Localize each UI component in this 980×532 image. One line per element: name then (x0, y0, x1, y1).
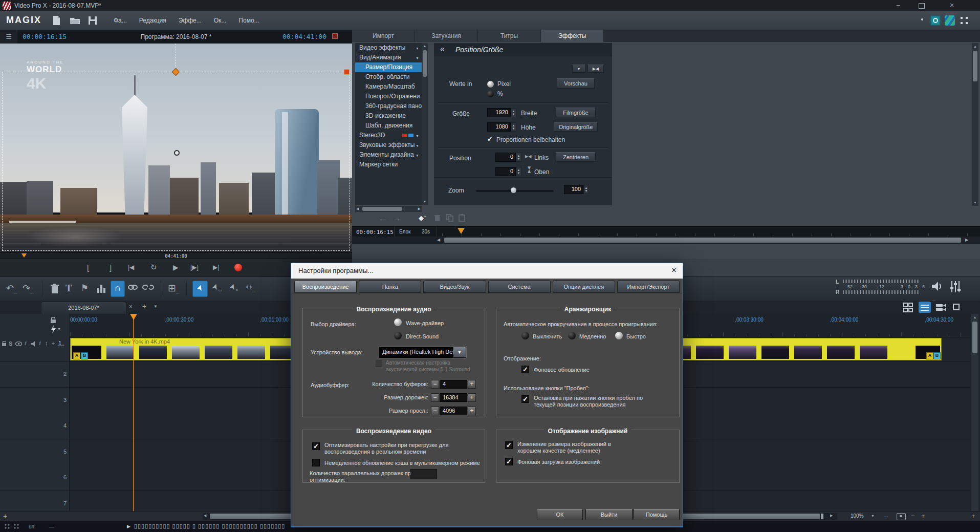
scroll-option-label-2[interactable]: Быстро (626, 333, 646, 339)
expand-caret-icon[interactable]: ▼ (416, 44, 419, 53)
scroll-down-icon[interactable]: ▼ (422, 199, 428, 205)
bgload-label[interactable]: Фоновая загрузка изображений (517, 459, 600, 465)
zoom-value-field[interactable]: 100 (564, 185, 583, 194)
bg-update-label[interactable]: Фоновое обновление (534, 367, 590, 373)
media-service-icon[interactable] (930, 15, 941, 26)
mini-range-value[interactable]: 30s (422, 229, 430, 235)
effects-list-item-10[interactable]: Звуковые эффекты▼ (355, 140, 422, 150)
grid-menu-icon[interactable] (959, 15, 969, 26)
add-track-icon[interactable]: + (3, 512, 7, 520)
effects-list-item-2[interactable]: Размер/Позиция (355, 62, 422, 72)
clip-badge-b[interactable]: B (81, 352, 88, 359)
oben-stepper[interactable]: ▲▼ (516, 167, 521, 176)
effects-list-item-11[interactable]: Элементы дизайна▼ (355, 150, 422, 160)
project-menu-caret-icon[interactable]: ▼ (154, 304, 158, 309)
scroll-thumb[interactable] (972, 322, 977, 353)
keyframe-menu-button[interactable]: ▼ (572, 65, 585, 73)
dialog-tab-1[interactable]: Папка (359, 280, 421, 293)
direct-sound-label[interactable]: Direct-Sound (406, 333, 439, 339)
scroll-up-icon[interactable]: ▲ (422, 43, 428, 49)
scroll-option-radio-1[interactable] (568, 332, 576, 339)
zoom-in-icon[interactable]: + (921, 512, 925, 520)
buffer-value-2[interactable]: 4096 (440, 407, 467, 415)
scroll-down-icon[interactable]: ▼ (972, 199, 978, 206)
panel-scrollbar[interactable]: ▲ ▼ (972, 43, 978, 206)
wave-driver-radio[interactable] (394, 318, 402, 326)
selection-frame[interactable] (2, 72, 350, 251)
audio-levels-icon[interactable] (96, 284, 106, 293)
link-objects-icon[interactable] (128, 284, 138, 291)
effects-list-item-3[interactable]: Отобр. области (355, 72, 422, 82)
layout-monitor-icon[interactable] (953, 304, 960, 310)
kf-delete-icon[interactable] (434, 214, 441, 222)
zoom-stepper[interactable]: ▲▼ (583, 185, 589, 194)
minimize-button[interactable]: – (890, 1, 906, 9)
track-visibility-icon[interactable] (15, 342, 22, 346)
bg-update-checkbox[interactable]: ✓ (521, 366, 529, 373)
redo-icon[interactable]: ↷… (23, 283, 34, 294)
dialog-tab-3[interactable]: Система (488, 280, 551, 293)
maximize-button[interactable] (919, 3, 925, 9)
clip-badge-a-end[interactable]: A (926, 352, 933, 359)
buffer-value-1[interactable]: 16384 (440, 393, 467, 402)
layout-camera-icon[interactable] (935, 303, 947, 312)
mini-timecode[interactable]: 00:00:16:15 (356, 229, 394, 236)
wave-driver-label[interactable]: Wave-драйвер (406, 320, 444, 326)
open-project-icon[interactable] (70, 16, 80, 25)
effects-list-item-6[interactable]: 360-градусная пано (355, 101, 422, 111)
dialog-tab-0[interactable]: Воспроизведение (294, 280, 357, 293)
scroll-thumb[interactable] (362, 207, 402, 211)
expand-caret-icon[interactable]: ▼ (416, 141, 419, 150)
scroll-up-icon[interactable]: ▲ (971, 314, 978, 321)
dialog-title-bar[interactable]: Настройки программы... × (291, 263, 683, 279)
zentrieren-button[interactable]: Zentrieren (556, 152, 596, 162)
scroll-thumb-grip[interactable] (821, 514, 823, 519)
status-grid-icon-2[interactable] (13, 523, 19, 529)
scroll-left-icon[interactable]: ◀ (356, 206, 359, 212)
track-fader-icon[interactable]: ⅈ (39, 340, 41, 347)
menu-item-4[interactable]: Помо... (238, 17, 259, 24)
playhead-marker[interactable] (130, 314, 137, 320)
effects-list-hscrollbar[interactable]: ◀ ▶ (355, 206, 422, 212)
collapse-back-icon[interactable]: « (440, 45, 445, 54)
effects-list-item-1[interactable]: Вид/Анимация▼ (355, 53, 422, 62)
bolt-caret-icon[interactable]: ▼ (57, 327, 61, 331)
buffer-minus-button-2[interactable]: − (431, 407, 439, 415)
resize-checkbox[interactable]: ✓ (505, 441, 513, 449)
effects-list-item-5[interactable]: Поворот/Отражени (355, 92, 422, 101)
scroll-thumb[interactable] (444, 238, 961, 243)
timeline-vscrollbar[interactable]: ▲ (971, 314, 978, 511)
dialog-tab-2[interactable]: Видео/Звук (423, 280, 486, 293)
mouse-mode-single-icon[interactable]: ➤ (192, 281, 208, 297)
resize-line1[interactable]: Изменение размера изображений в (517, 441, 611, 447)
oben-field[interactable]: 0 (495, 167, 516, 176)
mini-playhead-icon[interactable] (458, 228, 465, 234)
expand-caret-icon[interactable]: ▼ (416, 53, 419, 62)
insert-object-icon[interactable]: ⊞… (168, 282, 180, 294)
video-frame[interactable]: AROUND THE WORLD 4K (0, 44, 352, 252)
scroll-up-icon[interactable]: ▲ (972, 43, 978, 50)
scroll-thumb[interactable] (973, 51, 977, 81)
preview-red-marker[interactable] (332, 33, 338, 39)
speaker-icon[interactable]: … (931, 281, 943, 302)
track-divide-icon[interactable]: ÷ (52, 340, 55, 346)
scroll-option-radio-2[interactable] (615, 332, 623, 339)
mouse-mode-stretch-icon[interactable]: ⇿… (246, 282, 256, 292)
effects-list-item-7[interactable]: 3D-искажение (355, 111, 422, 121)
dialog-tab-5[interactable]: Импорт/Экспорт (617, 280, 680, 293)
space-stop-line1[interactable]: Остановка при нажатии кнопки пробел по (534, 395, 643, 401)
save-icon[interactable] (88, 16, 97, 25)
clip-badge-a[interactable]: A (73, 352, 80, 359)
unit-pixel-radio[interactable] (487, 81, 494, 88)
kf-paste-icon[interactable] (459, 214, 465, 222)
go-to-end-button[interactable]: ▶| (213, 264, 219, 271)
panel-tab-3[interactable]: Эффекты (541, 30, 604, 42)
originalgroesse-button[interactable]: Originalgröße (554, 122, 598, 132)
expand-caret-icon[interactable]: ▼ (416, 131, 419, 140)
frame-view-icon[interactable] (897, 513, 906, 520)
project-close-icon[interactable]: × (129, 303, 133, 310)
space-stop-checkbox[interactable]: ✓ (521, 395, 529, 403)
breite-stepper[interactable]: ▲▼ (511, 108, 516, 117)
mark-in-button[interactable]: [ (87, 263, 89, 272)
kf-prev-icon[interactable]: ← (379, 214, 387, 223)
